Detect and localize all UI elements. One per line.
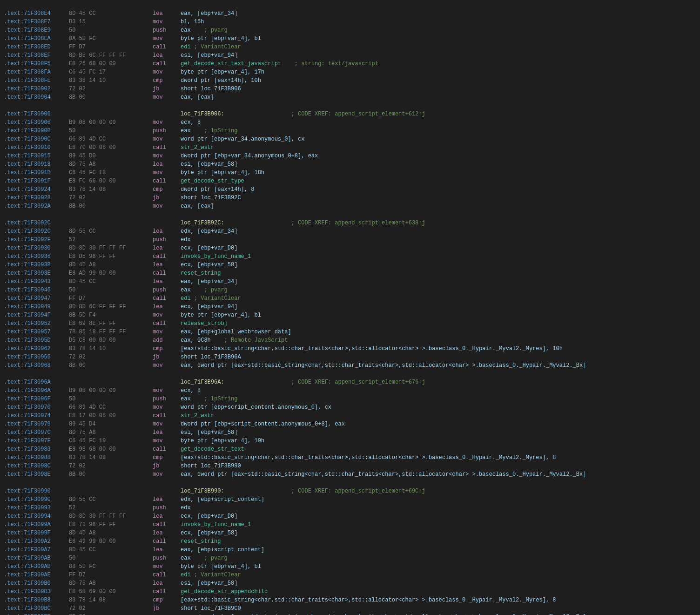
- table-row[interactable]: .text:71F3096672 02jbshort loc_71F3B96A: [0, 353, 700, 362]
- table-row[interactable]: .text:71F309B3E8 68 69 00 00callget_deco…: [0, 588, 700, 596]
- table-row[interactable]: .text:71F3096F50pusheax ; lpString: [0, 395, 700, 404]
- table-row[interactable]: [0, 211, 700, 219]
- table-row[interactable]: .text:71F3092A8B 00moveax, [eax]: [0, 203, 700, 211]
- table-row[interactable]: .text:71F309BC72 02jbshort loc_71F3B9C0: [0, 605, 700, 613]
- table-row[interactable]: [0, 370, 700, 378]
- table-row[interactable]: .text:71F3097C8D 75 A8leaesi, [ebp+var_5…: [0, 429, 700, 437]
- operands: eax, [ebp+script_content]: [181, 546, 264, 554]
- mnemonic: call: [153, 588, 181, 596]
- bytes: 8D 75 A8: [69, 429, 153, 437]
- table-row[interactable]: .text:71F3090272 02jbshort loc_71F3B906: [0, 85, 700, 94]
- table-row[interactable]: .text:71F3091BC6 45 FC 18movbyte ptr [eb…: [0, 169, 700, 177]
- table-row[interactable]: .text:71F30910E8 70 0D 06 00callstr_2_ws…: [0, 144, 700, 152]
- table-row[interactable]: [0, 479, 700, 487]
- bytes: 52: [69, 236, 153, 244]
- table-row[interactable]: .text:71F30952E8 69 8E FF FFcallrelease_…: [0, 320, 700, 328]
- mnemonic: mov: [153, 169, 181, 177]
- table-row[interactable]: .text:71F3091FE8 FC 66 00 00callget_deco…: [0, 177, 700, 186]
- comment: ; CODE XREF: append_script_element+676↑j: [224, 378, 425, 386]
- table-row[interactable]: .text:71F3096AB9 08 00 00 00movecx, 8: [0, 387, 700, 395]
- table-row[interactable]: .text:71F3093EE8 AD 99 00 00callreset_st…: [0, 270, 700, 278]
- table-row[interactable]: .text:71F309B08D 75 A8leaesi, [ebp+var_5…: [0, 580, 700, 588]
- table-row[interactable]: .text:71F309B883 78 14 08cmp[eax+std::ba…: [0, 596, 700, 605]
- loc-label: loc_71F3B990:: [181, 487, 224, 495]
- table-row[interactable]: .text:71F309BE8B 00moveax, dword ptr [ea…: [0, 613, 700, 615]
- bytes: 89 45 D4: [69, 420, 153, 428]
- table-row[interactable]: .text:71F309688B 00moveax, dword ptr [ea…: [0, 362, 700, 370]
- table-row[interactable]: .text:71F309908D 55 CCleaedx, [ebp+scrip…: [0, 496, 700, 504]
- table-row[interactable]: .text:71F3099F8D 4D A8leaecx, [ebp+var_5…: [0, 529, 700, 538]
- table-row[interactable]: .text:71F3092872 02jbshort loc_71F3B92C: [0, 194, 700, 203]
- bytes: 8D 55 CC: [69, 228, 153, 236]
- bytes: 8B 00: [69, 613, 153, 615]
- mnemonic: call: [153, 521, 181, 529]
- table-row[interactable]: .text:71F309AEFF D7calledi ; VariantClea…: [0, 571, 700, 580]
- operands: get_decode_str_text: [181, 446, 244, 453]
- table-row[interactable]: .text:71F3094650pusheax ; pvarg: [0, 286, 700, 295]
- operands: word ptr [ebp+var_34.anonymous_0], cx: [181, 135, 304, 143]
- table-row[interactable]: .text:71F308F5E8 26 68 00 00callget_deco…: [0, 60, 700, 68]
- table-row[interactable]: .text:71F309AB50pusheax ; pvarg: [0, 554, 700, 563]
- table-row[interactable]: .text:71F3097FC6 45 FC 19movbyte ptr [eb…: [0, 437, 700, 446]
- address: .text:71F30928: [4, 194, 69, 202]
- table-row[interactable]: .text:71F3092F52pushedx: [0, 236, 700, 244]
- table-row[interactable]: .text:71F30974E8 17 0D 06 00callstr_2_ws…: [0, 412, 700, 420]
- table-row[interactable]: .text:71F308FAC6 45 FC 17movbyte ptr [eb…: [0, 68, 700, 77]
- table-row[interactable]: .text:71F3098883 78 14 08cmp[eax+std::ba…: [0, 454, 700, 462]
- table-row[interactable]: .text:71F309577B 85 18 FF FF FFmoveax, […: [0, 328, 700, 337]
- table-row[interactable]: .text:71F308EA8A 5D FCmovbyte ptr [ebp+v…: [0, 35, 700, 43]
- table-row[interactable]: .text:71F308E7D3 15movbl, 15h: [0, 18, 700, 27]
- table-row[interactable]: .text:71F3096Aloc_71F3B96A: ; CODE XREF:…: [0, 378, 700, 387]
- table-row[interactable]: .text:71F3092483 78 14 08cmpdword ptr [e…: [0, 186, 700, 194]
- table-row[interactable]: .text:71F3099AE8 71 98 FF FFcallinvoke_b…: [0, 521, 700, 529]
- table-row[interactable]: .text:71F3097066 89 4D CCmovword ptr [eb…: [0, 404, 700, 412]
- table-row[interactable]: .text:71F309948D 8D 30 FF FF FFleaecx, […: [0, 513, 700, 521]
- table-row[interactable]: .text:71F309308D 8D 30 FF FF FFleaecx, […: [0, 244, 700, 253]
- table-row[interactable]: .text:71F309438D 45 CCleaeax, [ebp+var_3…: [0, 278, 700, 286]
- mnemonic: cmp: [153, 596, 181, 604]
- operands: invoke_by_func_name_1: [181, 253, 251, 261]
- table-row[interactable]: .text:71F3098C72 02jbshort loc_71F3B990: [0, 462, 700, 471]
- bytes: 66 89 4D CC: [69, 404, 153, 412]
- address: .text:71F30910: [4, 144, 69, 152]
- table-row[interactable]: .text:71F3090B50pusheax ; lpString: [0, 127, 700, 135]
- address: .text:71F309AB: [4, 554, 69, 562]
- table-row[interactable]: .text:71F30936E8 D5 98 FF FFcallinvoke_b…: [0, 253, 700, 261]
- table-row[interactable]: .text:71F309498D 8D 6C FF FF FFleaecx, […: [0, 303, 700, 311]
- table-row[interactable]: .text:71F3091589 45 D0movdword ptr [ebp+…: [0, 152, 700, 161]
- bytes: 50: [69, 286, 153, 294]
- table-row[interactable]: .text:71F309A2E8 49 99 00 00callreset_st…: [0, 538, 700, 546]
- table-row[interactable]: .text:71F309188D 75 A8leaesi, [ebp+var_5…: [0, 161, 700, 169]
- table-row[interactable]: .text:71F308FE83 38 14 10cmpdword ptr [e…: [0, 77, 700, 85]
- table-row[interactable]: .text:71F3099352pushedx: [0, 504, 700, 513]
- mnemonic: push: [153, 286, 181, 294]
- table-row[interactable]: .text:71F3092C8D 55 CCleaedx, [ebp+var_3…: [0, 228, 700, 236]
- address: .text:71F30957: [4, 328, 69, 336]
- table-row[interactable]: .text:71F308E950pusheax ; pvarg: [0, 27, 700, 35]
- table-row[interactable]: .text:71F309AB88 5D FCmovbyte ptr [ebp+v…: [0, 563, 700, 571]
- table-row[interactable]: .text:71F30990loc_71F3B990: ; CODE XREF:…: [0, 487, 700, 496]
- operands: dword ptr [eax+14h], 8: [181, 186, 254, 194]
- address: .text:71F3096A: [4, 378, 69, 386]
- bytes: 83 78 14 08: [69, 186, 153, 194]
- table-row[interactable]: .text:71F3095DD5 C8 00 00 00addeax, 0C8h…: [0, 337, 700, 345]
- table-row[interactable]: .text:71F308E48D 45 CCleaeax, [ebp+var_3…: [0, 10, 700, 18]
- table-row[interactable]: .text:71F30947FF D7calledi ; VariantClea…: [0, 295, 700, 303]
- table-row[interactable]: .text:71F3097989 45 D4movdword ptr [ebp+…: [0, 420, 700, 429]
- table-row[interactable]: .text:71F3096283 78 14 10cmp[eax+std::ba…: [0, 345, 700, 353]
- table-row[interactable]: .text:71F3090C66 89 4D CCmovword ptr [eb…: [0, 135, 700, 144]
- bytes: 8B 00: [69, 94, 153, 101]
- table-row[interactable]: .text:71F3093B8D 4D A8leaecx, [ebp+var_5…: [0, 261, 700, 270]
- table-row[interactable]: .text:71F309048B 00moveax, [eax]: [0, 94, 700, 102]
- table-row[interactable]: .text:71F308EDFF D7calledi ; VariantClea…: [0, 43, 700, 52]
- bytes: 72 02: [69, 462, 153, 470]
- table-row[interactable]: .text:71F3094F8B 5D F4movbyte ptr [ebp+v…: [0, 311, 700, 320]
- table-row[interactable]: .text:71F30983E8 98 68 00 00callget_deco…: [0, 446, 700, 454]
- table-row[interactable]: .text:71F309A78D 45 CCleaeax, [ebp+scrip…: [0, 546, 700, 554]
- table-row[interactable]: .text:71F30906loc_71F3B906: ; CODE XREF:…: [0, 110, 700, 119]
- table-row[interactable]: [0, 102, 700, 110]
- table-row[interactable]: .text:71F3092Cloc_71F3B92C: ; CODE XREF:…: [0, 219, 700, 228]
- table-row[interactable]: .text:71F30906B9 08 00 00 00movecx, 8: [0, 119, 700, 127]
- table-row[interactable]: .text:71F308EF8D B5 6C FF FF FFleaesi, […: [0, 52, 700, 60]
- table-row[interactable]: .text:71F3098E8B 00moveax, dword ptr [ea…: [0, 471, 700, 479]
